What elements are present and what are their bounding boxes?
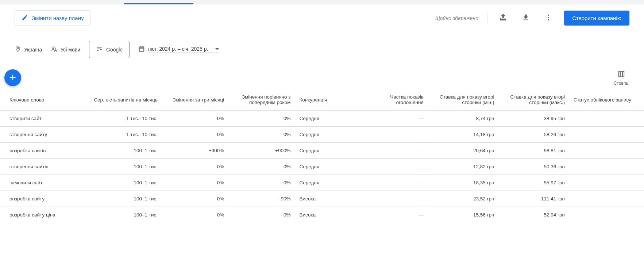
network-value: Google: [106, 47, 123, 53]
table-row[interactable]: розробка сайтів 100–1 тис. +900% +900% С…: [0, 143, 644, 159]
language-value: Усі мови: [60, 47, 80, 53]
header-account-status[interactable]: Статус облікового запису: [569, 89, 644, 111]
cell-keyword: розробка сайтів: [0, 143, 71, 159]
cell-change-3m: 0%: [162, 175, 228, 191]
cell-account-status: [569, 127, 644, 143]
cell-bid-low: 14,18 грн: [428, 127, 499, 143]
sort-down-icon: ↓: [90, 97, 92, 103]
header-change-3m[interactable]: Змінення за три місяці: [162, 89, 228, 111]
cell-impression-share: —: [357, 191, 428, 207]
cell-change-yoy: +900%: [228, 143, 295, 159]
pencil-icon: [22, 14, 28, 22]
create-campaign-button[interactable]: Створити кампанію: [564, 11, 629, 26]
cell-bid-high: 111,41 грн: [498, 191, 569, 207]
cell-bid-low: 23,52 грн: [428, 191, 499, 207]
cell-change-yoy: 0%: [228, 207, 295, 223]
add-keyword-fab[interactable]: [4, 69, 21, 86]
table-row[interactable]: розробка сайту ціна 100–1 тис. 0% 0% Вис…: [0, 207, 644, 223]
columns-icon: [617, 70, 625, 79]
keyword-table: Ключове слово ↓Сер. к-сть запитів на міс…: [0, 89, 644, 223]
cell-bid-high: 55,97 грн: [498, 175, 569, 191]
cell-bid-high: 50,36 грн: [498, 159, 569, 175]
cell-bid-high: 52,94 грн: [498, 207, 569, 223]
edit-plan-name-button[interactable]: Змінити назву плану: [15, 10, 90, 26]
cell-competition: Середня: [295, 111, 357, 127]
header-bar: Змінити назву плану Щойно збережено Ство…: [0, 4, 644, 32]
download-icon: [522, 14, 530, 23]
saved-status-text: Щойно збережено: [435, 15, 478, 21]
cell-change-yoy: 0%: [228, 111, 295, 127]
cell-avg-searches: 100–1 тис.: [71, 143, 162, 159]
cell-avg-searches: 100–1 тис.: [71, 175, 162, 191]
header-right-group: Щойно збережено Створити кампанію: [435, 11, 629, 26]
cell-keyword: розробка сайту ціна: [0, 207, 71, 223]
table-header-row: Ключове слово ↓Сер. к-сть запитів на міс…: [0, 89, 644, 111]
table-row[interactable]: розробка сайту 100–1 тис. 0% -90% Висока…: [0, 191, 644, 207]
cell-bid-low: 12,82 грн: [428, 159, 499, 175]
cell-avg-searches: 1 тис.–10 тис.: [71, 127, 162, 143]
table-row[interactable]: створення сайту 1 тис.–10 тис. 0% 0% Сер…: [0, 127, 644, 143]
cell-account-status: [569, 207, 644, 223]
cell-change-3m: 0%: [162, 111, 228, 127]
header-competition[interactable]: Конкуренція: [295, 89, 357, 111]
table-row[interactable]: створити сайт 1 тис.–10 тис. 0% 0% Серед…: [0, 111, 644, 127]
network-filter[interactable]: Google: [89, 41, 130, 58]
cell-change-yoy: 0%: [228, 159, 295, 175]
date-range-value: лют. 2024 р. – січ. 2025 р.: [148, 46, 219, 53]
plus-icon: [8, 73, 18, 83]
location-filter[interactable]: Україна: [15, 46, 42, 53]
columns-button[interactable]: Стовпці: [614, 70, 629, 86]
cell-account-status: [569, 191, 644, 207]
header-bid-high[interactable]: Ставка для показу вгорі сторінки (макс.): [498, 89, 569, 111]
location-icon: [15, 46, 21, 53]
tune-icon: [96, 46, 103, 53]
more-vert-icon: [544, 14, 552, 23]
cell-bid-high: 58,26 грн: [498, 127, 569, 143]
cell-keyword: розробка сайту: [0, 191, 71, 207]
cell-impression-share: —: [357, 207, 428, 223]
cell-keyword: створення сайту: [0, 127, 71, 143]
cell-bid-high: 38,95 грн: [498, 111, 569, 127]
download-button[interactable]: [519, 11, 533, 26]
calendar-icon: [138, 46, 145, 53]
translate-icon: [51, 46, 57, 53]
keyword-table-wrap: Ключове слово ↓Сер. к-сть запитів на міс…: [0, 89, 644, 223]
cell-keyword: створити сайт: [0, 111, 71, 127]
cell-bid-low: 15,56 грн: [428, 207, 499, 223]
header-avg-searches[interactable]: ↓Сер. к-сть запитів на місяць: [71, 89, 162, 111]
cell-competition: Висока: [295, 207, 357, 223]
cell-avg-searches: 100–1 тис.: [71, 207, 162, 223]
cell-bid-low: 8,74 грн: [428, 111, 499, 127]
cell-account-status: [569, 143, 644, 159]
svg-point-2: [548, 19, 549, 21]
header-change-yoy[interactable]: Змінення порівняно з попереднім роком: [228, 89, 295, 111]
date-range-text: лют. 2024 р. – січ. 2025 р.: [148, 46, 208, 52]
cell-competition: Середня: [295, 127, 357, 143]
cell-impression-share: —: [357, 159, 428, 175]
filters-bar: Україна Усі мови Google лют. 2024 р. – с…: [0, 32, 644, 67]
language-filter[interactable]: Усі мови: [51, 46, 80, 53]
cell-competition: Середня: [295, 143, 357, 159]
table-row[interactable]: замовити сайт 100–1 тис. 0% 0% Середня —…: [0, 175, 644, 191]
cell-change-yoy: 0%: [228, 127, 295, 143]
divider: [487, 13, 487, 23]
header-impression-share[interactable]: Частка показів оголошення: [357, 89, 428, 111]
cell-keyword: замовити сайт: [0, 175, 71, 191]
cell-change-3m: 0%: [162, 159, 228, 175]
header-keyword[interactable]: Ключове слово: [0, 89, 71, 111]
cell-change-3m: 0%: [162, 127, 228, 143]
cell-keyword: створення сайтів: [0, 159, 71, 175]
cell-account-status: [569, 111, 644, 127]
table-row[interactable]: створення сайтів 100–1 тис. 0% 0% Середн…: [0, 159, 644, 175]
location-value: Україна: [24, 47, 42, 53]
more-options-button[interactable]: [541, 11, 555, 26]
date-range-filter[interactable]: лют. 2024 р. – січ. 2025 р.: [138, 46, 219, 53]
cell-avg-searches: 100–1 тис.: [71, 159, 162, 175]
header-bid-low[interactable]: Ставка для показу вгорі сторінки (мін.): [428, 89, 499, 111]
header-avg-searches-text: Сер. к-сть запитів на місяць: [94, 97, 158, 103]
cell-change-3m: 0%: [162, 207, 228, 223]
cell-avg-searches: 100–1 тис.: [71, 191, 162, 207]
cell-bid-low: 18,35 грн: [428, 175, 499, 191]
cell-change-3m: 0%: [162, 191, 228, 207]
share-button[interactable]: [496, 11, 510, 26]
